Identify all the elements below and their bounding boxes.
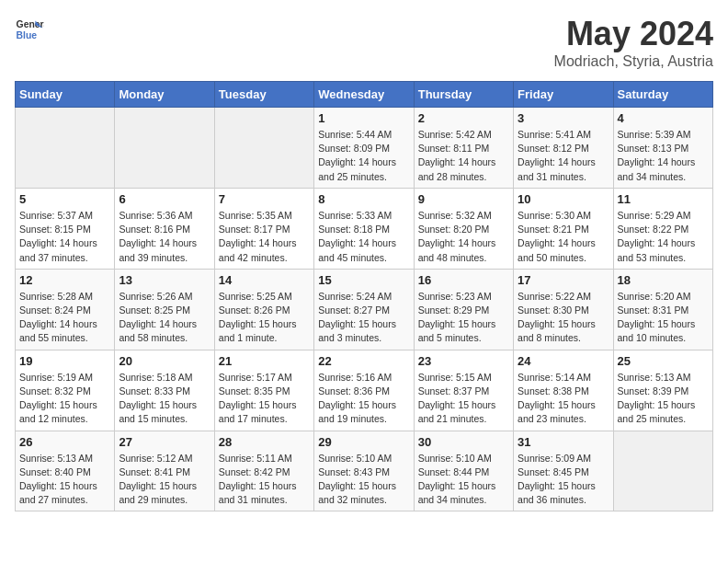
dow-header-monday: Monday [115, 82, 214, 108]
svg-text:Blue: Blue [17, 30, 38, 40]
calendar-cell: 1Sunrise: 5:44 AMSunset: 8:09 PMDaylight… [314, 108, 414, 189]
page-header: General Blue General Blue May 2024 Modri… [15, 15, 713, 70]
calendar-cell [613, 431, 712, 511]
calendar-cell: 27Sunrise: 5:12 AMSunset: 8:41 PMDayligh… [115, 431, 214, 511]
dow-header-thursday: Thursday [414, 82, 513, 108]
calendar-cell: 28Sunrise: 5:11 AMSunset: 8:42 PMDayligh… [214, 431, 313, 511]
day-number: 21 [219, 354, 310, 368]
day-info: Sunrise: 5:20 AMSunset: 8:31 PMDaylight:… [618, 290, 709, 346]
day-number: 29 [318, 435, 409, 449]
day-info: Sunrise: 5:42 AMSunset: 8:11 PMDaylight:… [418, 128, 509, 184]
day-info: Sunrise: 5:17 AMSunset: 8:35 PMDaylight:… [219, 371, 310, 427]
calendar-cell: 2Sunrise: 5:42 AMSunset: 8:11 PMDaylight… [414, 108, 513, 189]
calendar-cell: 4Sunrise: 5:39 AMSunset: 8:13 PMDaylight… [613, 108, 712, 189]
day-number: 6 [119, 192, 210, 206]
day-number: 12 [19, 273, 110, 287]
day-info: Sunrise: 5:22 AMSunset: 8:30 PMDaylight:… [518, 290, 609, 346]
day-number: 24 [518, 354, 609, 368]
calendar-cell: 21Sunrise: 5:17 AMSunset: 8:35 PMDayligh… [214, 350, 313, 431]
day-number: 1 [318, 111, 409, 125]
day-number: 13 [119, 273, 210, 287]
calendar-cell: 16Sunrise: 5:23 AMSunset: 8:29 PMDayligh… [414, 269, 513, 350]
calendar-cell [115, 108, 214, 189]
day-info: Sunrise: 5:13 AMSunset: 8:39 PMDaylight:… [618, 371, 709, 427]
day-number: 18 [618, 273, 709, 287]
day-info: Sunrise: 5:12 AMSunset: 8:41 PMDaylight:… [119, 452, 210, 508]
day-info: Sunrise: 5:11 AMSunset: 8:42 PMDaylight:… [219, 452, 310, 508]
day-number: 14 [219, 273, 310, 287]
day-info: Sunrise: 5:29 AMSunset: 8:22 PMDaylight:… [618, 209, 709, 265]
calendar-cell: 30Sunrise: 5:10 AMSunset: 8:44 PMDayligh… [414, 431, 513, 511]
svg-text:General: General [17, 19, 44, 29]
calendar-cell: 6Sunrise: 5:36 AMSunset: 8:16 PMDaylight… [115, 188, 214, 269]
calendar-cell [16, 108, 115, 189]
calendar-week-2: 5Sunrise: 5:37 AMSunset: 8:15 PMDaylight… [16, 188, 713, 269]
day-number: 9 [418, 192, 509, 206]
day-number: 10 [518, 192, 609, 206]
page-subtitle: Modriach, Styria, Austria [554, 53, 713, 70]
day-number: 2 [418, 111, 509, 125]
calendar-cell: 26Sunrise: 5:13 AMSunset: 8:40 PMDayligh… [16, 431, 115, 511]
day-info: Sunrise: 5:09 AMSunset: 8:45 PMDaylight:… [518, 452, 609, 508]
day-number: 11 [618, 192, 709, 206]
day-info: Sunrise: 5:32 AMSunset: 8:20 PMDaylight:… [418, 209, 509, 265]
calendar-week-3: 12Sunrise: 5:28 AMSunset: 8:24 PMDayligh… [16, 269, 713, 350]
calendar-cell: 5Sunrise: 5:37 AMSunset: 8:15 PMDaylight… [16, 188, 115, 269]
day-info: Sunrise: 5:39 AMSunset: 8:13 PMDaylight:… [618, 128, 709, 184]
calendar-cell: 11Sunrise: 5:29 AMSunset: 8:22 PMDayligh… [613, 188, 712, 269]
day-info: Sunrise: 5:28 AMSunset: 8:24 PMDaylight:… [19, 290, 110, 346]
day-number: 4 [618, 111, 709, 125]
calendar-cell: 7Sunrise: 5:35 AMSunset: 8:17 PMDaylight… [214, 188, 313, 269]
day-number: 27 [119, 435, 210, 449]
calendar-cell: 24Sunrise: 5:14 AMSunset: 8:38 PMDayligh… [514, 350, 613, 431]
calendar-cell: 17Sunrise: 5:22 AMSunset: 8:30 PMDayligh… [514, 269, 613, 350]
day-number: 20 [119, 354, 210, 368]
day-number: 28 [219, 435, 310, 449]
day-info: Sunrise: 5:25 AMSunset: 8:26 PMDaylight:… [219, 290, 310, 346]
calendar-cell: 14Sunrise: 5:25 AMSunset: 8:26 PMDayligh… [214, 269, 313, 350]
day-info: Sunrise: 5:15 AMSunset: 8:37 PMDaylight:… [418, 371, 509, 427]
dow-header-tuesday: Tuesday [214, 82, 313, 108]
day-number: 3 [518, 111, 609, 125]
day-number: 25 [618, 354, 709, 368]
logo: General Blue General Blue [15, 15, 44, 44]
calendar-cell: 31Sunrise: 5:09 AMSunset: 8:45 PMDayligh… [514, 431, 613, 511]
day-info: Sunrise: 5:36 AMSunset: 8:16 PMDaylight:… [119, 209, 210, 265]
calendar-cell: 12Sunrise: 5:28 AMSunset: 8:24 PMDayligh… [16, 269, 115, 350]
calendar-cell: 13Sunrise: 5:26 AMSunset: 8:25 PMDayligh… [115, 269, 214, 350]
calendar-cell: 18Sunrise: 5:20 AMSunset: 8:31 PMDayligh… [613, 269, 712, 350]
calendar-cell: 20Sunrise: 5:18 AMSunset: 8:33 PMDayligh… [115, 350, 214, 431]
logo-icon: General Blue [15, 15, 44, 44]
calendar-cell: 19Sunrise: 5:19 AMSunset: 8:32 PMDayligh… [16, 350, 115, 431]
day-info: Sunrise: 5:19 AMSunset: 8:32 PMDaylight:… [19, 371, 110, 427]
day-info: Sunrise: 5:33 AMSunset: 8:18 PMDaylight:… [318, 209, 409, 265]
calendar-cell: 8Sunrise: 5:33 AMSunset: 8:18 PMDaylight… [314, 188, 414, 269]
day-number: 7 [219, 192, 310, 206]
calendar-cell: 3Sunrise: 5:41 AMSunset: 8:12 PMDaylight… [514, 108, 613, 189]
calendar-table: SundayMondayTuesdayWednesdayThursdayFrid… [15, 81, 713, 511]
calendar-week-1: 1Sunrise: 5:44 AMSunset: 8:09 PMDaylight… [16, 108, 713, 189]
day-number: 16 [418, 273, 509, 287]
day-info: Sunrise: 5:26 AMSunset: 8:25 PMDaylight:… [119, 290, 210, 346]
calendar-week-5: 26Sunrise: 5:13 AMSunset: 8:40 PMDayligh… [16, 431, 713, 511]
day-number: 23 [418, 354, 509, 368]
day-info: Sunrise: 5:13 AMSunset: 8:40 PMDaylight:… [19, 452, 110, 508]
calendar-cell: 22Sunrise: 5:16 AMSunset: 8:36 PMDayligh… [314, 350, 414, 431]
day-info: Sunrise: 5:24 AMSunset: 8:27 PMDaylight:… [318, 290, 409, 346]
page-title: May 2024 [554, 15, 713, 53]
calendar-cell: 25Sunrise: 5:13 AMSunset: 8:39 PMDayligh… [613, 350, 712, 431]
dow-header-sunday: Sunday [16, 82, 115, 108]
calendar-cell: 9Sunrise: 5:32 AMSunset: 8:20 PMDaylight… [414, 188, 513, 269]
day-number: 15 [318, 273, 409, 287]
calendar-cell: 15Sunrise: 5:24 AMSunset: 8:27 PMDayligh… [314, 269, 414, 350]
dow-header-wednesday: Wednesday [314, 82, 414, 108]
day-number: 17 [518, 273, 609, 287]
day-number: 8 [318, 192, 409, 206]
day-number: 31 [518, 435, 609, 449]
day-info: Sunrise: 5:10 AMSunset: 8:44 PMDaylight:… [418, 452, 509, 508]
calendar-cell: 23Sunrise: 5:15 AMSunset: 8:37 PMDayligh… [414, 350, 513, 431]
title-area: May 2024 Modriach, Styria, Austria [554, 15, 713, 70]
calendar-cell: 29Sunrise: 5:10 AMSunset: 8:43 PMDayligh… [314, 431, 414, 511]
day-info: Sunrise: 5:37 AMSunset: 8:15 PMDaylight:… [19, 209, 110, 265]
day-info: Sunrise: 5:23 AMSunset: 8:29 PMDaylight:… [418, 290, 509, 346]
